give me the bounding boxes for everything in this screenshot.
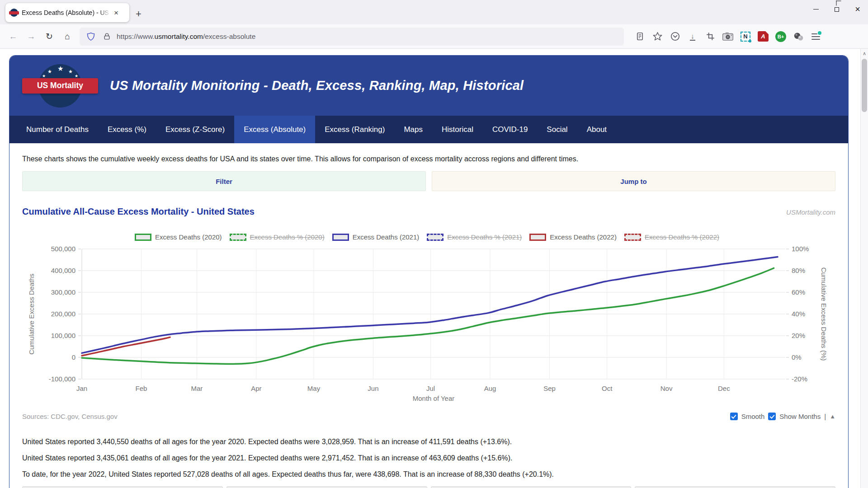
legend-label: Excess Deaths (2022)	[550, 233, 617, 241]
reload-button[interactable]: ↻	[41, 28, 58, 45]
svg-text:Month of Year: Month of Year	[413, 394, 455, 402]
minimize-button[interactable]	[806, 0, 826, 18]
svg-text:Cumulative Excess Deaths (%): Cumulative Excess Deaths (%)	[820, 267, 828, 361]
svg-text:0%: 0%	[792, 353, 802, 361]
chart-header: Cumulative All-Cause Excess Mortality - …	[22, 206, 835, 217]
action-row: Filter Jump to	[22, 171, 835, 191]
nav-tab-maps[interactable]: Maps	[394, 116, 432, 143]
pocket-icon[interactable]	[669, 31, 681, 42]
cutoff-button[interactable]	[22, 486, 223, 488]
restore-icon	[835, 7, 839, 12]
svg-text:-20%: -20%	[792, 375, 807, 383]
cutoff-button[interactable]	[431, 486, 632, 488]
url-bar[interactable]: https://www.usmortality.com/excess-absol…	[80, 28, 624, 46]
b-plus-icon[interactable]: B+	[775, 31, 787, 42]
svg-text:Nov: Nov	[660, 385, 673, 392]
summary-2020: United States reported 3,440,550 deaths …	[22, 437, 835, 446]
nav-tab-about[interactable]: About	[577, 116, 616, 143]
app-menu-icon[interactable]	[810, 31, 822, 42]
cutoff-button[interactable]	[226, 486, 427, 488]
nav-tab-excess[interactable]: Excess (%)	[98, 116, 156, 143]
home-button[interactable]: ⌂	[59, 28, 76, 45]
url-path: /excess-absolute	[203, 33, 255, 40]
legend-item[interactable]: Excess Deaths % (2020)	[230, 233, 325, 241]
watermark: USMortality.com	[786, 208, 835, 216]
reader-view-icon[interactable]	[634, 31, 646, 42]
bookmark-star-icon[interactable]	[651, 31, 663, 42]
scroll-up-icon[interactable]: ∧	[861, 49, 868, 58]
smooth-checkbox[interactable]	[730, 413, 738, 420]
legend-item[interactable]: Excess Deaths % (2022)	[624, 233, 719, 241]
legend-label: Excess Deaths % (2022)	[645, 233, 719, 241]
nav-tab-number-of-deaths[interactable]: Number of Deaths	[17, 116, 98, 143]
new-tab-button[interactable]: +	[136, 9, 142, 19]
browser-tab[interactable]: Excess Deaths (Absolute) - US M ×	[5, 3, 129, 22]
tab-close-icon[interactable]: ×	[114, 9, 118, 17]
browser-toolbar: ← → ↻ ⌂ https://www.usmortality.com/exce…	[0, 24, 868, 49]
site-header: ★ ★ ★ ★ ★ US Mortality US Mortality Moni…	[9, 56, 848, 116]
site-favicon	[10, 9, 18, 17]
nav-tab-excess-z-score[interactable]: Excess (Z-Score)	[156, 116, 234, 143]
svg-text:Jan: Jan	[76, 385, 87, 392]
svg-text:Dec: Dec	[718, 385, 730, 392]
nav-tab-covid-19[interactable]: COVID-19	[483, 116, 537, 143]
jump-to-button[interactable]: Jump to	[432, 171, 835, 191]
svg-text:100,000: 100,000	[51, 332, 75, 339]
scrollbar-thumb[interactable]	[862, 59, 867, 112]
legend-item[interactable]: Excess Deaths % (2021)	[427, 233, 522, 241]
svg-text:Apr: Apr	[251, 385, 261, 392]
legend-label: Excess Deaths % (2020)	[250, 233, 325, 241]
nav-tab-social[interactable]: Social	[537, 116, 577, 143]
us-mortality-logo: ★ ★ ★ ★ ★ US Mortality	[22, 61, 98, 111]
restore-button[interactable]	[826, 0, 847, 18]
camera-icon[interactable]	[722, 31, 734, 42]
logo-star-icon: ★	[47, 69, 52, 75]
forward-button[interactable]: →	[23, 28, 40, 45]
notion-clipper-icon[interactable]: N	[740, 31, 751, 42]
svg-text:Jun: Jun	[368, 385, 378, 392]
minimize-icon	[813, 9, 819, 9]
sources-text: Sources: CDC.gov, Census.gov	[22, 413, 118, 420]
legend-swatch-icon	[427, 234, 443, 241]
logo-banner: US Mortality	[22, 78, 98, 94]
nav-tab-excess-ranking[interactable]: Excess (Ranking)	[315, 116, 394, 143]
chart-footer: Sources: CDC.gov, Census.gov Smooth Show…	[22, 413, 835, 420]
close-button[interactable]: ×	[847, 0, 868, 18]
logo-star-icon: ★	[68, 69, 73, 75]
legend-item[interactable]: Excess Deaths (2020)	[135, 233, 222, 241]
filter-button[interactable]: Filter	[22, 171, 426, 191]
url-text[interactable]: https://www.usmortality.com/excess-absol…	[117, 33, 255, 41]
svg-text:20%: 20%	[792, 332, 805, 339]
screenshot-crop-icon[interactable]	[704, 31, 716, 42]
lock-icon[interactable]	[101, 31, 113, 42]
nav-tab-excess-absolute[interactable]: Excess (Absolute)	[234, 116, 315, 143]
adobe-pdf-icon[interactable]: A	[757, 31, 769, 42]
legend-item[interactable]: Excess Deaths (2021)	[332, 233, 420, 241]
legend-swatch-icon	[624, 234, 641, 241]
svg-text:100%: 100%	[792, 245, 809, 253]
svg-text:60%: 60%	[792, 288, 805, 296]
excess-mortality-chart: JanFebMarAprMayJunJulAugSepOctNovDec500,…	[22, 244, 835, 403]
site-nav: Number of DeathsExcess (%)Excess (Z-Scor…	[9, 116, 848, 143]
legend-swatch-icon	[230, 234, 246, 241]
download-icon[interactable]: ↓	[687, 31, 698, 42]
page-scrollbar[interactable]: ∧	[860, 49, 868, 488]
svg-text:Jul: Jul	[426, 385, 435, 392]
svg-text:May: May	[307, 385, 321, 392]
collapse-arrow-icon[interactable]: ▲	[830, 413, 835, 420]
series-line-excess-deaths-2021	[82, 257, 778, 353]
cutoff-button[interactable]	[635, 486, 835, 488]
toolbar-extensions: ↓NAB+	[634, 31, 822, 42]
tab-title: Excess Deaths (Absolute) - US M	[22, 9, 110, 16]
show-months-checkbox[interactable]	[768, 413, 776, 420]
back-button[interactable]: ←	[5, 28, 22, 45]
legend-item[interactable]: Excess Deaths (2022)	[529, 233, 617, 241]
nav-tab-historical[interactable]: Historical	[432, 116, 483, 143]
svg-text:40%: 40%	[792, 310, 805, 318]
summary-2022: To date, for the year 2022, United State…	[22, 470, 835, 479]
svg-text:500,000: 500,000	[51, 245, 75, 253]
spheres-icon[interactable]	[793, 31, 804, 42]
tracking-shield-icon[interactable]	[85, 31, 97, 42]
smooth-label: Smooth	[741, 413, 765, 420]
series-line-excess-deaths-2020	[82, 268, 774, 364]
